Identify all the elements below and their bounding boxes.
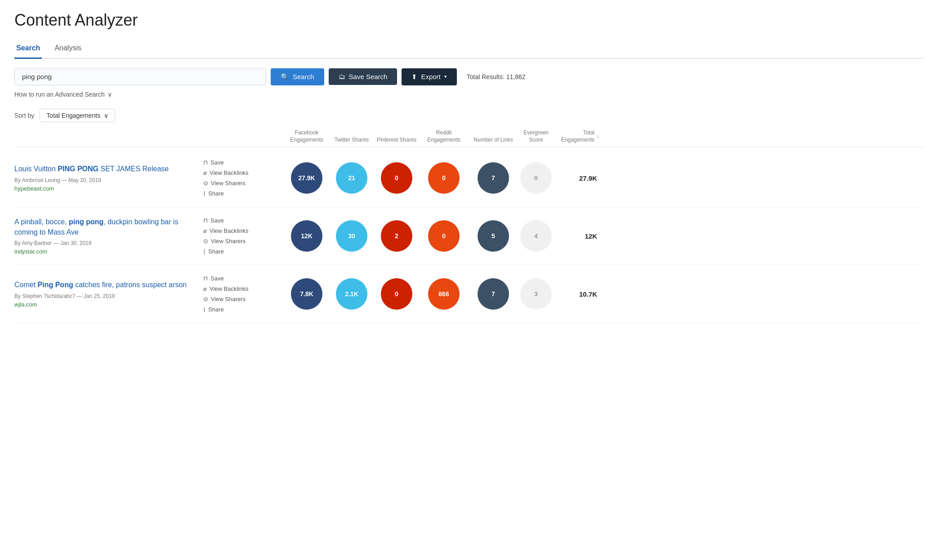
export-button[interactable]: ⬆ Export ▾ <box>402 68 456 85</box>
view-sharers-label: View Sharers <box>211 296 246 302</box>
sort-select[interactable]: Total Engagements ∨ <box>40 109 115 122</box>
share-icon: ⟨ <box>203 190 205 197</box>
search-input[interactable] <box>14 68 266 85</box>
view-sharers-action[interactable]: ⊙ View Sharers <box>203 295 284 303</box>
col-header-total: Total Engagements ↓ <box>554 129 599 143</box>
view-sharers-label: View Sharers <box>211 238 246 244</box>
article-domain[interactable]: indystar.com <box>14 248 196 255</box>
link-icon: ⌀ <box>203 285 207 292</box>
total-results: Total Results: 11,862 <box>467 73 526 80</box>
article-title[interactable]: Comet Ping Pong catches fire, patrons su… <box>14 280 196 290</box>
article-domain[interactable]: wjla.com <box>14 301 196 308</box>
search-bar-row: 🔍 Search 🗂 Save Search ⬆ Export ▾ Total … <box>14 68 924 85</box>
view-sharers-label: View Sharers <box>211 180 246 187</box>
chevron-down-icon: ▾ <box>444 74 447 80</box>
save-search-icon: 🗂 <box>339 73 345 80</box>
metric-links: 7 <box>469 278 518 310</box>
article-title[interactable]: A pinball, bocce, ping pong, duckpin bow… <box>14 217 196 237</box>
export-icon: ⬆ <box>411 73 417 81</box>
article-meta: By Stephen Tschida/abc7 — Jan 25, 2019 <box>14 293 196 299</box>
advanced-search-label: How to run an Advanced Search <box>14 91 105 98</box>
share-label: Share <box>208 306 224 313</box>
search-button-label: Search <box>293 73 314 80</box>
share-icon: ⟨ <box>203 248 205 255</box>
col-header-evergreen: Evergreen Score <box>518 129 554 143</box>
metric-reddit: 0 <box>419 162 469 194</box>
sort-chevron-icon: ∨ <box>104 112 108 119</box>
metric-twitter: 2.1K <box>329 278 374 310</box>
page-title: Content Analyzer <box>14 11 924 30</box>
action-buttons: ⊓ Save ⌀ View Backlinks ⊙ View Sharers ⟨… <box>203 216 284 256</box>
share-action[interactable]: ⟨ Share <box>203 305 284 314</box>
results-area: Facebook Engagements Twitter Shares Pint… <box>14 129 924 323</box>
tab-search[interactable]: Search <box>14 40 42 59</box>
person-icon: ⊙ <box>203 296 208 302</box>
share-action[interactable]: ⟨ Share <box>203 247 284 256</box>
view-backlinks-action[interactable]: ⌀ View Backlinks <box>203 227 284 235</box>
sort-row: Sort by Total Engagements ∨ <box>14 109 924 122</box>
metric-pinterest: 2 <box>374 220 419 252</box>
save-action[interactable]: ⊓ Save <box>203 158 284 167</box>
action-buttons: ⊓ Save ⌀ View Backlinks ⊙ View Sharers ⟨… <box>203 158 284 198</box>
result-row: A pinball, bocce, ping pong, duckpin bow… <box>14 207 924 265</box>
view-backlinks-label: View Backlinks <box>210 285 248 292</box>
view-sharers-action[interactable]: ⊙ View Sharers <box>203 179 284 187</box>
person-icon: ⊙ <box>203 238 208 244</box>
view-backlinks-label: View Backlinks <box>210 169 248 176</box>
article-info: Louis Vuitton PING PONG SET JAMES Releas… <box>14 164 203 191</box>
share-icon: ⟨ <box>203 306 205 313</box>
view-backlinks-action[interactable]: ⌀ View Backlinks <box>203 169 284 177</box>
advanced-search-link[interactable]: How to run an Advanced Search ∨ <box>14 91 112 98</box>
metric-pinterest: 0 <box>374 278 419 310</box>
view-sharers-action[interactable]: ⊙ View Sharers <box>203 237 284 245</box>
chevron-down-icon-adv: ∨ <box>107 91 112 98</box>
search-button[interactable]: 🔍 Search <box>271 68 324 85</box>
tab-analysis[interactable]: Analysis <box>53 40 83 59</box>
col-header-links: Number of Links <box>469 137 518 144</box>
save-label: Save <box>210 217 224 224</box>
share-label: Share <box>208 190 224 197</box>
bookmark-icon: ⊓ <box>203 217 208 224</box>
col-header-facebook: Facebook Engagements <box>284 129 329 143</box>
column-headers: Facebook Engagements Twitter Shares Pint… <box>14 129 924 147</box>
share-action[interactable]: ⟨ Share <box>203 189 284 198</box>
metric-facebook: 27.9K <box>284 162 329 194</box>
article-meta: By Amy Bartner — Jan 30, 2019 <box>14 240 196 246</box>
bookmark-icon: ⊓ <box>203 275 208 282</box>
sort-label: Sort by <box>14 112 34 119</box>
metric-twitter: 30 <box>329 220 374 252</box>
metric-links: 7 <box>469 162 518 194</box>
share-label: Share <box>208 248 224 255</box>
save-search-label: Save Search <box>349 73 388 80</box>
article-meta: By Ambrose Leung — May 20, 2019 <box>14 177 196 183</box>
metric-twitter: 21 <box>329 162 374 194</box>
action-buttons: ⊓ Save ⌀ View Backlinks ⊙ View Sharers ⟨… <box>203 274 284 314</box>
person-icon: ⊙ <box>203 180 208 187</box>
metric-reddit: 866 <box>419 278 469 310</box>
metric-evergreen: 0 <box>518 162 554 194</box>
article-info: Comet Ping Pong catches fire, patrons su… <box>14 280 203 307</box>
metric-total: 12K <box>554 232 599 240</box>
metric-evergreen: 3 <box>518 278 554 310</box>
save-action[interactable]: ⊓ Save <box>203 274 284 283</box>
link-icon: ⌀ <box>203 227 207 234</box>
save-action[interactable]: ⊓ Save <box>203 216 284 225</box>
col-header-pinterest: Pinterest Shares <box>374 137 419 144</box>
article-info: A pinball, bocce, ping pong, duckpin bow… <box>14 217 203 255</box>
metric-facebook: 12K <box>284 220 329 252</box>
search-icon: 🔍 <box>281 73 289 81</box>
bookmark-icon: ⊓ <box>203 159 208 166</box>
view-backlinks-action[interactable]: ⌀ View Backlinks <box>203 284 284 293</box>
col-header-reddit: Reddit Engagements <box>419 129 469 143</box>
link-icon: ⌀ <box>203 169 207 176</box>
view-backlinks-label: View Backlinks <box>210 227 248 234</box>
save-label: Save <box>210 159 224 166</box>
result-row: Louis Vuitton PING PONG SET JAMES Releas… <box>14 149 924 207</box>
save-search-button[interactable]: 🗂 Save Search <box>329 68 398 85</box>
sort-current-value: Total Engagements <box>46 112 100 119</box>
article-domain[interactable]: hypebeast.com <box>14 185 196 192</box>
sort-down-icon: ↓ <box>596 133 599 140</box>
result-row: Comet Ping Pong catches fire, patrons su… <box>14 265 924 323</box>
article-title[interactable]: Louis Vuitton PING PONG SET JAMES Releas… <box>14 164 196 174</box>
tabs-container: Search Analysis <box>14 40 924 59</box>
